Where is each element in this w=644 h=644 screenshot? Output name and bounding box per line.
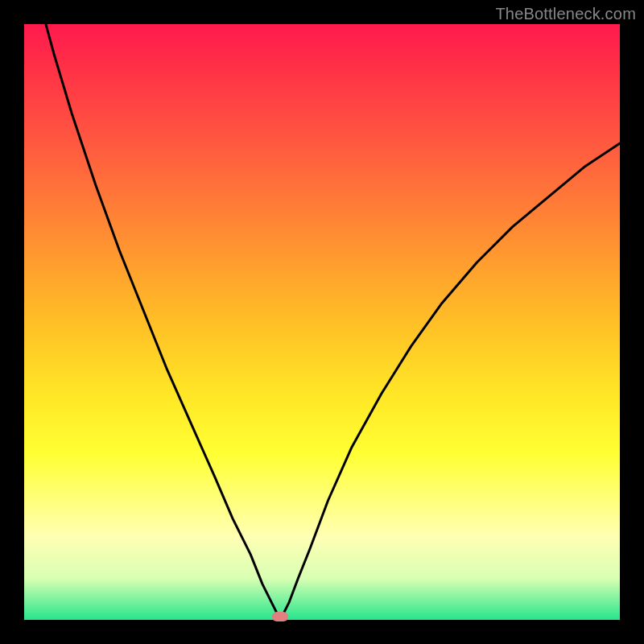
- plot-area: [24, 24, 620, 620]
- chart-frame: TheBottleneck.com: [0, 0, 644, 644]
- minimum-marker: [272, 612, 288, 621]
- watermark-text: TheBottleneck.com: [495, 5, 636, 23]
- bottleneck-curve: [24, 24, 620, 620]
